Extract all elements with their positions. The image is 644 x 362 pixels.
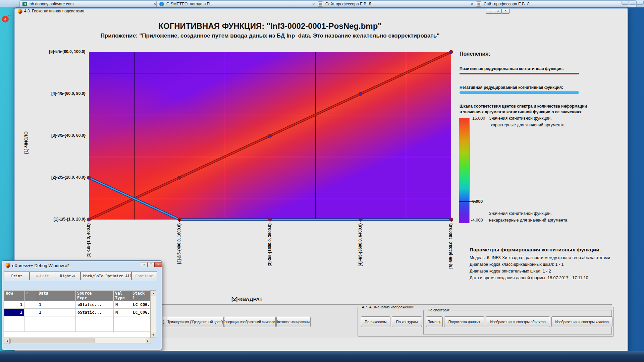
table-row-selected[interactable]: 2 1oStatic... NLC_COG.	[4, 309, 151, 316]
scale-heading-line1: Шкала соответствия цветов спектра и коли…	[460, 104, 587, 109]
cognitive-function-lines	[89, 52, 451, 220]
negative-line-sample	[460, 92, 579, 94]
x-tickmark	[89, 220, 89, 222]
app-close-button[interactable]: ✕	[501, 9, 509, 14]
table-row[interactable]: 1 1oStatic... NLC_COG.	[4, 301, 151, 309]
triangulation-button[interactable]: Триангуляция ("Градиентный цвет")	[167, 317, 224, 327]
donnay-favicon-icon: D	[22, 2, 27, 6]
x-tick-3: [3]-3/5-{1600.0, 3600.0}	[267, 223, 272, 266]
app-maximize-button[interactable]: □	[494, 9, 502, 14]
params-heading: Параметры формирования когнитивных функц…	[470, 247, 601, 253]
debug-maximize-button[interactable]: □	[148, 262, 154, 267]
tab-title: Сайт профессора Е.В. Л...	[484, 2, 533, 6]
scale-zero-value: 0.000	[472, 199, 483, 204]
class-spectra-button[interactable]: Изображения и спектры классов	[551, 316, 612, 327]
browser-tab-4[interactable]: ▤ Сайт профессора Е.В. Л... ✕	[473, 0, 637, 7]
x-tickmark	[270, 220, 270, 222]
x-tick-2: [2]-2/5-{400.0, 1600.0}	[177, 223, 181, 264]
print-button[interactable]: Print	[4, 272, 30, 280]
col-data: Data	[37, 291, 76, 301]
y-tick-1: [1]-1/5-{1.0, 20.0}	[18, 217, 86, 222]
app-window-title: 4.8. Геокогнитивная подсистема	[24, 9, 84, 13]
y-tick-5: [5]-5/5-{80.0, 100.0}	[18, 49, 86, 54]
vertical-scrollbar[interactable]	[150, 296, 156, 333]
browser-tab-3[interactable]: ▤ Сайт профессора Е.В. Л... ✕	[315, 0, 476, 7]
left-button[interactable]: <-Left	[30, 272, 55, 280]
x-tickmark	[361, 220, 361, 222]
negative-function-label: Негативная редуцированная когнитивная фу…	[460, 85, 563, 90]
x-tick-4: [4]-4/5-{3600.0, 6400.0}	[358, 223, 363, 266]
y-tick-4: [4]-4/5-{60.0, 80.0}	[18, 91, 86, 96]
continue-button[interactable]: Continue	[131, 272, 157, 280]
x-tick-5: [5]-5/5-{6400.0, 10000.0}	[448, 223, 453, 268]
gismeteo-favicon-icon: ◦	[159, 2, 164, 6]
debug-window-title: eXpress++ Debug Window #1	[12, 263, 70, 268]
positive-line-sample	[460, 73, 579, 74]
page-title: КОГНИТИВНАЯ ФУНКЦИЯ: "Inf3-0002-0001-Pos…	[40, 21, 500, 31]
negative-function-line	[89, 178, 451, 220]
table-row[interactable]	[4, 316, 151, 324]
y-tick-2: [2]-2/5-{20.0, 40.0}	[18, 175, 86, 180]
mark-goto-button[interactable]: Mark/GoTo	[80, 272, 106, 280]
scale-neg-text1: Значения когнитивной функции,	[489, 211, 552, 216]
browser-maximize-button[interactable]: □	[629, 1, 636, 5]
tab-title: Сайт профессора Е.В. Л...	[325, 2, 375, 6]
optimize-all-button[interactable]: Optimize All	[106, 272, 131, 280]
params-class-scales: Диапазон кодов классификационных шкал: 1…	[470, 262, 564, 267]
page-subtitle: Приложение: "Приложение, созданное путем…	[40, 33, 500, 39]
by-contours-button[interactable]: По контурам	[392, 316, 422, 327]
page-favicon-icon: ▤	[318, 1, 323, 7]
x-tickmark	[451, 220, 451, 222]
params-desc-scales: Диапазон кодов описательных шкал: 1 - 2	[470, 269, 551, 274]
scroll-right-icon[interactable]: ►	[145, 338, 151, 344]
legend-heading: Пояснения:	[460, 51, 490, 57]
app-window-icon	[18, 9, 22, 14]
browser-tab-2[interactable]: ◦ GISMETEO: погода в П... ✕	[156, 0, 318, 7]
desktop: D bb.donnay-software.com ✕ ◦ GISMETEO: п…	[0, 0, 644, 362]
debug-table-wrap: Row ✓ Data Source Expr Val Type Stack 1 …	[4, 290, 150, 337]
horizontal-scrollbar[interactable]	[9, 338, 146, 344]
help-button[interactable]: Помощь	[426, 316, 443, 327]
color-zoning-button[interactable]: Цветовое зонирование	[276, 317, 311, 327]
color-scale-bar	[459, 118, 470, 223]
scale-min-value: -4.000	[471, 218, 483, 223]
col-source-expr: Source Expr	[76, 291, 114, 301]
debug-close-button[interactable]: ✕	[154, 262, 162, 267]
ask-analysis-group-label: 4.7. АСК-анализ изображений:	[361, 305, 415, 309]
object-spectra-button[interactable]: Изображения и спектры объектов	[486, 316, 550, 327]
app-minimize-button[interactable]: –	[486, 9, 494, 14]
tab-title: GISMETEO: погода в П...	[166, 2, 213, 6]
col-val-type: Val Type	[114, 291, 131, 301]
data-preparation-button[interactable]: Подготовка данных	[444, 316, 484, 327]
debug-window-icon	[5, 263, 10, 268]
debug-minimize-button[interactable]: –	[141, 262, 148, 267]
browser-tab-1[interactable]: D bb.donnay-software.com ✕	[19, 0, 160, 7]
scale-max-value: 16.000	[472, 116, 485, 121]
taskbar	[0, 351, 644, 362]
col-stack: Stack 1	[131, 291, 151, 301]
col-check: ✓	[24, 291, 37, 301]
x-tickmark	[179, 220, 180, 222]
x-axis-title: [2]-КВАДРАТ	[231, 296, 263, 302]
x-tick-1: [1]-1/5-{1.0, 400.0}	[86, 223, 91, 257]
scale-neg-text2: нехарактерные для значений аргумента	[489, 218, 567, 223]
right-button[interactable]: Right->	[55, 272, 80, 280]
spectra-group-label: По спектрам:	[427, 308, 451, 312]
symbol-images-button[interactable]: Генерация изображений символов	[224, 317, 276, 327]
by-pixels-button[interactable]: По пикселям	[361, 316, 390, 327]
scrollbar-thumb[interactable]	[10, 339, 95, 343]
tab-title: bb.donnay-software.com	[30, 2, 73, 6]
e-browser-icon[interactable]: e	[2, 16, 9, 22]
y-axis-title: [1]-ЧИСЛО	[23, 131, 29, 154]
browser-close-button[interactable]: ✕	[636, 1, 644, 5]
scale-pos-text2: характерные для значений аргумента	[491, 123, 565, 127]
scale-pos-text1: Значения когнитивной функции,	[489, 116, 552, 121]
params-datetime: Дата и время создания данной формы: 18.0…	[470, 276, 588, 280]
params-model: Модель: 6. INF3-Хи-квадрат, разности меж…	[470, 255, 610, 260]
negative-function-line-outline	[89, 178, 451, 220]
positive-function-label: Позитивная редуцированная когнитивная фу…	[460, 66, 564, 71]
table-row[interactable]	[4, 324, 151, 332]
scroll-down-icon[interactable]: ▼	[150, 332, 156, 338]
y-tick-3: [3]-3/5-{40.0, 60.0}	[18, 133, 86, 138]
browser-minimize-button[interactable]: –	[622, 1, 629, 5]
